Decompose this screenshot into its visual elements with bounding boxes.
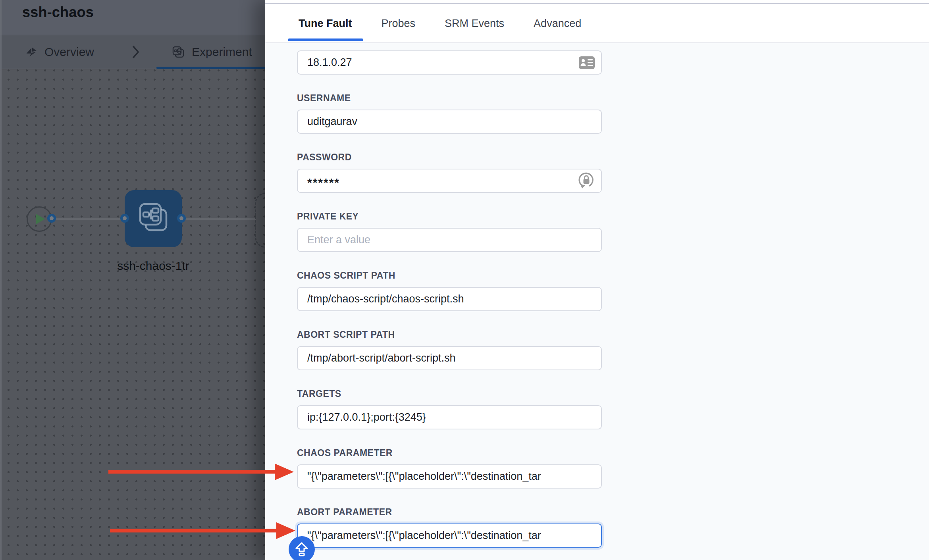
- breadcrumb-item-overview[interactable]: Overview: [25, 45, 94, 59]
- fault-node-ssh-chaos[interactable]: [125, 190, 182, 247]
- abort-parameter-field-wrap: [297, 523, 602, 548]
- private-key-input[interactable]: [297, 228, 602, 252]
- left-edge-divider: [0, 0, 2, 560]
- breadcrumb-overview-label: Overview: [44, 45, 94, 59]
- active-breadcrumb-underline: [156, 67, 265, 69]
- tab-srm-events[interactable]: SRM Events: [445, 17, 504, 30]
- abort-script-path-input[interactable]: [297, 346, 602, 370]
- abort-script-path-label: ABORT SCRIPT PATH: [297, 329, 602, 340]
- abort-parameter-input[interactable]: [297, 523, 602, 548]
- tab-advanced[interactable]: Advanced: [534, 17, 581, 30]
- chaos-parameter-field-wrap: [297, 464, 602, 489]
- red-arrow-abort-parameter: [108, 518, 299, 545]
- username-label: USERNAME: [297, 93, 602, 103]
- chaos-script-path-label: CHAOS SCRIPT PATH: [297, 270, 602, 281]
- chaos-parameter-input[interactable]: [297, 464, 602, 489]
- private-key-label: PRIVATE KEY: [297, 211, 602, 221]
- targets-input[interactable]: [297, 405, 602, 429]
- targets-field-wrap: [297, 405, 602, 429]
- chaos-script-path-field-wrap: [297, 287, 602, 311]
- red-arrow-chaos-parameter: [106, 459, 297, 486]
- node-label: ssh-chaos-1tr: [93, 259, 214, 273]
- fault-form: USERNAME PASSWORD: [297, 44, 602, 548]
- username-field-wrap: [297, 110, 602, 134]
- tab-probes[interactable]: Probes: [382, 17, 416, 30]
- chevron-right-icon: [131, 44, 140, 60]
- password-field-wrap: [297, 169, 602, 193]
- experiment-icon: [172, 46, 185, 58]
- chaos-node-icon: [135, 199, 171, 235]
- port-circle[interactable]: [177, 214, 186, 223]
- overview-icon: [25, 46, 37, 58]
- id-card-icon[interactable]: [578, 56, 596, 70]
- password-label: PASSWORD: [297, 152, 602, 162]
- targets-label: TARGETS: [297, 389, 602, 399]
- abort-parameter-label: ABORT PARAMETER: [297, 507, 602, 517]
- app-screen: ssh-chaos Overview: [0, 0, 929, 560]
- tab-active-underline: [288, 38, 363, 41]
- abort-script-path-field-wrap: [297, 346, 602, 370]
- private-key-field-wrap: [297, 228, 602, 252]
- play-icon: [35, 213, 46, 225]
- port-circle[interactable]: [47, 214, 56, 223]
- breadcrumb-item-experiment[interactable]: Experiment: [172, 45, 252, 59]
- secret-rotate-lock-icon[interactable]: [577, 171, 596, 191]
- chaos-script-path-input[interactable]: [297, 287, 602, 311]
- port-circle[interactable]: [120, 214, 129, 223]
- tune-fault-drawer: Tune Fault Probes SRM Events Advanced: [265, 0, 929, 560]
- drawer-tabstrip: Tune Fault Probes SRM Events Advanced: [265, 0, 929, 43]
- username-input[interactable]: [297, 110, 602, 134]
- connector-line: [52, 218, 125, 220]
- breadcrumb-experiment-label: Experiment: [192, 45, 252, 59]
- tab-tune-fault[interactable]: Tune Fault: [299, 17, 352, 30]
- password-input[interactable]: [297, 169, 602, 193]
- ip-field-wrap: [297, 50, 602, 75]
- connector-line: [181, 218, 256, 220]
- ip-input[interactable]: [297, 50, 602, 75]
- chaos-parameter-label: CHAOS PARAMETER: [297, 448, 602, 458]
- page-title: ssh-chaos: [22, 4, 94, 21]
